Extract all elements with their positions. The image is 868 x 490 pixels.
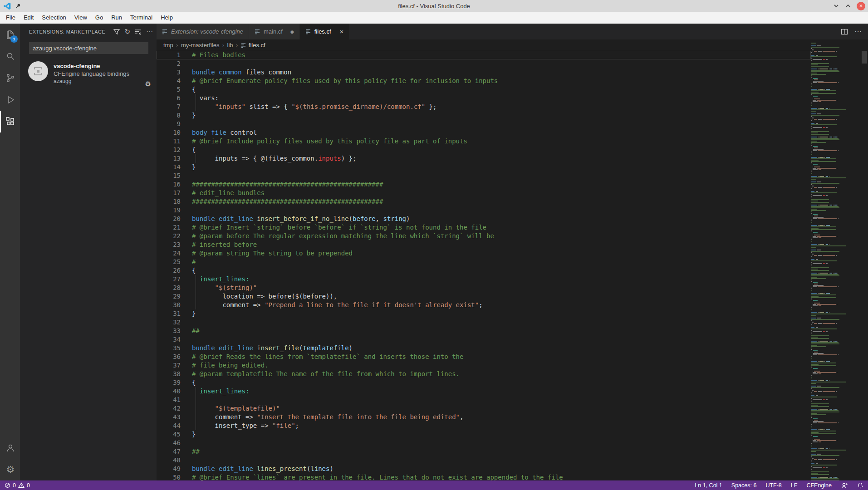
line-number: 2 (157, 59, 181, 68)
modified-dot-icon[interactable]: ● (290, 29, 294, 34)
close-icon[interactable]: × (340, 28, 344, 35)
minimap[interactable] (811, 43, 853, 480)
code-line: 17# edit_line bundles (157, 189, 811, 197)
split-editor-icon[interactable] (841, 28, 848, 35)
line-number: 25 (157, 258, 181, 266)
editor-more-actions-icon[interactable]: ⋯ (854, 27, 862, 36)
code-line: 11# @brief Include policy files used by … (157, 137, 811, 146)
code-line: 8} (157, 111, 811, 120)
menu-run[interactable]: Run (107, 12, 126, 24)
code-line: 19 (157, 206, 811, 215)
refresh-icon[interactable]: ↻ (124, 28, 130, 36)
account-icon (5, 442, 16, 453)
breadcrumb-file[interactable]: files.cf (241, 42, 265, 49)
menu-terminal[interactable]: Terminal (126, 12, 157, 24)
extension-list-item[interactable]: vscode-cfengine CFEngine language bindin… (20, 59, 157, 90)
vscode-logo-icon[interactable] (4, 2, 11, 10)
activity-bar: 1 (0, 24, 20, 480)
activity-source-control[interactable] (0, 67, 20, 89)
extension-description: CFEngine language bindings (54, 70, 129, 78)
breadcrumb: tmp › my-masterfiles › lib › files.cf (157, 39, 868, 51)
code-line: 47## (157, 447, 811, 456)
feedback-icon[interactable] (841, 482, 848, 489)
line-number: 49 (157, 465, 181, 473)
line-number: 13 (157, 154, 181, 163)
code-line: 15 (157, 172, 811, 180)
line-number: 30 (157, 301, 181, 309)
indent-guide (196, 421, 196, 430)
code-line: 10body file control (157, 128, 811, 137)
code-line: 36# @brief Reads the lines from `templat… (157, 353, 811, 361)
editor-scrollbar-thumb[interactable] (862, 51, 867, 64)
line-number: 27 (157, 275, 181, 284)
code-line: 12{ (157, 146, 811, 154)
line-number: 1 (157, 51, 181, 59)
activity-explorer[interactable]: 1 (0, 24, 20, 45)
code-line: 31} (157, 309, 811, 318)
breadcrumb-folder[interactable]: my-masterfiles (181, 42, 220, 49)
line-number: 35 (157, 344, 181, 353)
activity-settings[interactable]: ⚙ (0, 459, 20, 480)
language-mode[interactable]: CFEngine (806, 482, 832, 489)
extension-search-input[interactable] (29, 42, 148, 54)
more-actions-icon[interactable]: ⋯ (146, 28, 153, 36)
indent-guide (196, 396, 196, 404)
encoding-status[interactable]: UTF-8 (765, 482, 781, 489)
code-line: 22# @param before The regular expression… (157, 232, 811, 240)
source-control-icon (5, 73, 16, 83)
tab-main-cf[interactable]: main.cf ● (249, 24, 300, 39)
code-line: 6 vars: (157, 94, 811, 103)
menu-selection[interactable]: Selection (38, 12, 70, 24)
tab-extension-vscode-cfengine[interactable]: Extension: vscode-cfengine (157, 24, 249, 39)
menu-view[interactable]: View (70, 12, 91, 24)
window-close-button[interactable]: × (857, 2, 865, 10)
line-number: 7 (157, 103, 181, 111)
window-minimize-icon[interactable] (833, 3, 839, 9)
breadcrumb-folder[interactable]: tmp (163, 42, 173, 49)
code-line: 4# @brief Enumerate policy files used by… (157, 77, 811, 85)
bell-icon[interactable] (857, 482, 863, 489)
activity-search[interactable] (0, 45, 20, 67)
code-line: 32 (157, 318, 811, 327)
line-number: 12 (157, 146, 181, 154)
error-count: 0 (13, 482, 16, 489)
extensions-icon (5, 116, 16, 127)
activity-extensions[interactable] (0, 111, 20, 132)
line-number: 43 (157, 413, 181, 421)
indent-guide (196, 387, 196, 396)
indent-guide (196, 154, 196, 163)
line-number: 41 (157, 396, 181, 404)
line-number: 4 (157, 77, 181, 85)
extension-manage-gear-icon[interactable]: ⚙ (145, 80, 151, 88)
indentation-status[interactable]: Spaces: 6 (731, 482, 757, 489)
menu-edit[interactable]: Edit (20, 12, 38, 24)
tab-files-cf[interactable]: files.cf × (300, 24, 350, 39)
code-area[interactable]: 1# Files bodies23bundle common files_com… (157, 51, 868, 480)
clear-extension-search-icon[interactable] (135, 29, 142, 35)
activity-accounts[interactable] (0, 437, 20, 459)
line-number: 24 (157, 249, 181, 258)
line-number: 47 (157, 447, 181, 456)
code-line: 2 (157, 59, 811, 68)
tab-label: files.cf (314, 28, 331, 35)
code-line: 27 insert_lines: (157, 275, 811, 284)
problems-status[interactable]: 0 0 (5, 482, 30, 489)
filter-icon[interactable] (113, 29, 120, 35)
eol-status[interactable]: LF (791, 482, 798, 489)
menu-help[interactable]: Help (157, 12, 177, 24)
line-number: 42 (157, 404, 181, 413)
menu-file[interactable]: File (2, 12, 20, 24)
chevron-right-icon: › (176, 42, 178, 49)
warning-count: 0 (27, 482, 30, 489)
breadcrumb-folder[interactable]: lib (227, 42, 233, 49)
cursor-position[interactable]: Ln 1, Col 1 (695, 482, 722, 489)
code-line: 48 (157, 456, 811, 465)
warning-icon (18, 482, 25, 488)
line-number: 44 (157, 421, 181, 430)
menu-go[interactable]: Go (91, 12, 107, 24)
window-maximize-icon[interactable] (845, 3, 851, 9)
code-line: 5{ (157, 85, 811, 94)
code-line: 18######################################… (157, 197, 811, 206)
activity-run-debug[interactable] (0, 89, 20, 111)
indent-guide (196, 301, 196, 309)
